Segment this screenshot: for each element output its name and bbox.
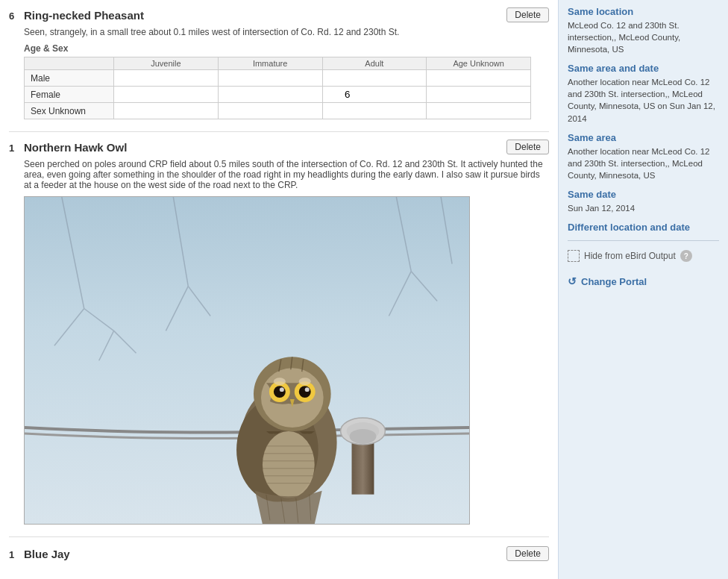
row-label-female: Female <box>25 87 114 103</box>
same-area-link[interactable]: Same area <box>568 132 719 143</box>
change-portal-section: ↺ Change Portal <box>568 272 719 290</box>
species-entry-owl: 1 Northern Hawk Owl Delete Seen perched … <box>9 140 549 525</box>
bluejay-number-name: 1 Blue Jay <box>9 548 70 560</box>
female-age-unknown[interactable] <box>427 87 531 103</box>
same-location-section: Same location McLeod Co. 12 and 230th St… <box>568 6 719 55</box>
pheasant-number-name: 6 Ring-necked Pheasant <box>9 9 144 22</box>
portal-icon: ↺ <box>568 275 577 287</box>
species-entry-pheasant: 6 Ring-necked Pheasant Delete Seen, stra… <box>9 7 549 119</box>
male-adult-input[interactable] <box>345 72 404 84</box>
male-immature[interactable] <box>218 70 322 87</box>
svg-point-33 <box>305 387 310 392</box>
col-header-adult: Adult <box>322 57 427 70</box>
help-badge[interactable]: ? <box>680 250 692 262</box>
table-row-male: Male <box>25 70 531 87</box>
female-juvenile-input[interactable] <box>136 89 195 100</box>
svg-point-31 <box>299 386 311 398</box>
sexunk-adult[interactable] <box>322 103 427 119</box>
pheasant-header: 6 Ring-necked Pheasant Delete <box>9 7 549 22</box>
divider-1 <box>9 131 549 132</box>
hide-ebird-button[interactable]: Hide from eBird Output ? <box>568 247 692 265</box>
col-header-juvenile: Juvenile <box>114 57 219 70</box>
svg-point-30 <box>274 386 286 398</box>
col-header-immature: Immature <box>218 57 322 70</box>
same-location-link[interactable]: Same location <box>568 6 719 17</box>
species-entry-bluejay: 1 Blue Jay Delete <box>9 546 549 561</box>
pheasant-delete-button[interactable]: Delete <box>506 7 549 22</box>
female-immature[interactable] <box>218 87 322 103</box>
row-label-male: Male <box>25 70 114 87</box>
sexunk-adult-input[interactable] <box>345 105 404 116</box>
table-row-female: Female <box>25 87 531 103</box>
svg-point-19 <box>263 431 315 498</box>
divider-2 <box>9 536 549 537</box>
hide-ebird-section: Hide from eBird Output ? <box>568 247 719 265</box>
same-area-date-desc: Another location near McLeod Co. 12 and … <box>568 76 719 124</box>
svg-point-32 <box>280 387 284 392</box>
owl-photo-svg <box>25 197 469 525</box>
age-sex-table: Juvenile Immature Adult Age Unknown Male <box>24 57 531 119</box>
female-immature-input[interactable] <box>240 89 300 100</box>
different-location-link[interactable]: Different location and date <box>568 222 719 233</box>
owl-number: 1 <box>9 143 18 154</box>
table-row-sex-unknown: Sex Unknown <box>25 103 531 119</box>
svg-point-35 <box>299 378 311 385</box>
sidebar-divider <box>568 240 719 241</box>
row-label-sex-unknown: Sex Unknown <box>25 103 114 119</box>
different-location-section: Different location and date <box>568 222 719 233</box>
pheasant-age-sex: Age & Sex Juvenile Immature Adult Age Un… <box>9 43 549 119</box>
same-area-section: Same area Another location near McLeod C… <box>568 132 719 181</box>
male-juvenile-input[interactable] <box>136 72 195 84</box>
sexunk-age-unknown[interactable] <box>427 103 531 119</box>
bluejay-name: Blue Jay <box>24 548 70 560</box>
svg-point-16 <box>350 429 377 444</box>
change-portal-label: Change Portal <box>581 276 647 287</box>
male-immature-input[interactable] <box>240 72 300 84</box>
female-age-unknown-input[interactable] <box>449 89 509 100</box>
sexunk-immature-input[interactable] <box>240 105 300 116</box>
bluejay-number: 1 <box>9 549 18 560</box>
male-juvenile[interactable] <box>114 70 219 87</box>
sidebar: Same location McLeod Co. 12 and 230th St… <box>558 0 728 579</box>
bluejay-delete-button[interactable]: Delete <box>506 546 549 561</box>
owl-photo <box>24 196 470 525</box>
owl-name: Northern Hawk Owl <box>24 141 127 154</box>
same-area-date-link[interactable]: Same area and date <box>568 63 719 74</box>
hide-ebird-checkbox-icon <box>568 250 580 262</box>
main-content: 6 Ring-necked Pheasant Delete Seen, stra… <box>0 0 558 579</box>
male-adult[interactable] <box>322 70 427 87</box>
owl-number-name: 1 Northern Hawk Owl <box>9 141 127 154</box>
female-adult-input[interactable] <box>345 89 404 100</box>
col-header-empty <box>25 57 114 70</box>
owl-notes: Seen perched on poles around CRP field a… <box>9 159 549 190</box>
male-age-unknown-input[interactable] <box>449 72 509 84</box>
same-date-link[interactable]: Same date <box>568 189 719 200</box>
same-date-desc: Sun Jan 12, 2014 <box>568 202 719 214</box>
pheasant-number: 6 <box>9 10 18 22</box>
sexunk-age-unknown-input[interactable] <box>449 105 509 116</box>
same-area-date-section: Same area and date Another location near… <box>568 63 719 124</box>
sexunk-juvenile-input[interactable] <box>136 105 195 116</box>
sexunk-juvenile[interactable] <box>114 103 219 119</box>
female-adult[interactable] <box>322 87 427 103</box>
hide-ebird-label: Hide from eBird Output <box>584 251 676 261</box>
bluejay-header: 1 Blue Jay Delete <box>9 546 549 561</box>
change-portal-button[interactable]: ↺ Change Portal <box>568 272 647 290</box>
owl-delete-button[interactable]: Delete <box>506 140 549 154</box>
age-sex-label: Age & Sex <box>24 43 549 54</box>
pheasant-notes: Seen, strangely, in a small tree about 0… <box>9 27 549 37</box>
owl-header: 1 Northern Hawk Owl Delete <box>9 140 549 154</box>
pheasant-name: Ring-necked Pheasant <box>24 9 144 22</box>
col-header-age-unknown: Age Unknown <box>427 57 531 70</box>
svg-point-34 <box>274 378 286 385</box>
same-date-section: Same date Sun Jan 12, 2014 <box>568 189 719 214</box>
male-age-unknown[interactable] <box>427 70 531 87</box>
female-juvenile[interactable] <box>114 87 219 103</box>
same-area-desc: Another location near McLeod Co. 12 and … <box>568 145 719 181</box>
same-location-desc: McLeod Co. 12 and 230th St. intersection… <box>568 19 719 55</box>
sexunk-immature[interactable] <box>218 103 322 119</box>
